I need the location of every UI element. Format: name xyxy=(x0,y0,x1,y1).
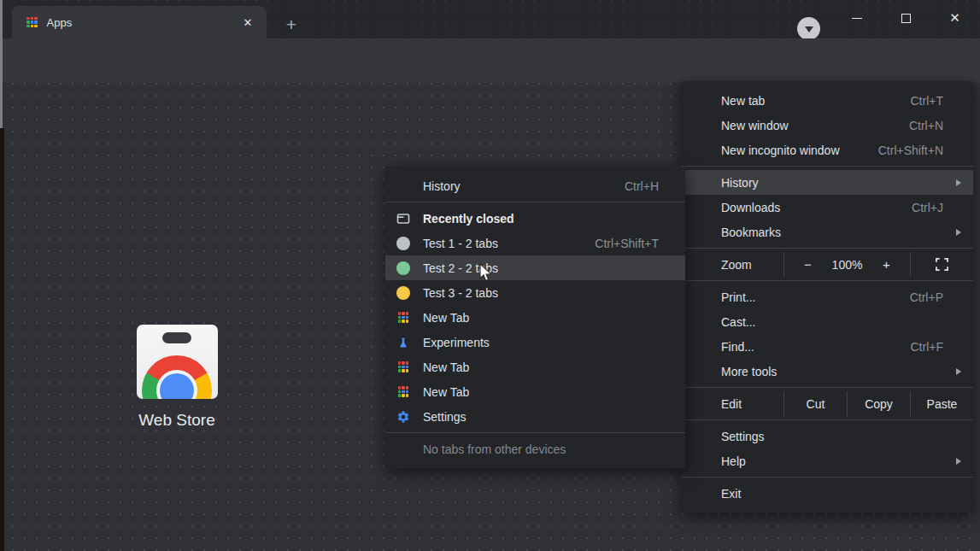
submenu-item-label: Experiments xyxy=(423,336,490,349)
submenu-item-label: History xyxy=(423,179,461,193)
menu-item-shortcut: Ctrl+P xyxy=(910,290,961,304)
no-tabs-footer: No tabs from other devices xyxy=(385,437,685,461)
bag-handle-icon xyxy=(162,332,191,343)
menu-item-more-tools[interactable]: More tools xyxy=(681,359,973,384)
apps-grid-icon xyxy=(396,360,410,374)
tab-close-icon[interactable]: ✕ xyxy=(239,14,256,31)
browser-toolbar: Chrome | chrome:// apps ☆ UO ⋮ xyxy=(0,38,980,83)
submenu-footer-label: No tabs from other devices xyxy=(423,443,566,456)
fullscreen-icon xyxy=(936,258,948,271)
submenu-item-new-tab-2[interactable]: New Tab xyxy=(385,355,685,379)
apps-grid-icon xyxy=(396,385,410,399)
submenu-item-new-tab-3[interactable]: New Tab xyxy=(385,379,685,404)
window-circle-green-icon xyxy=(396,261,410,275)
menu-item-label: New tab xyxy=(721,94,765,108)
paste-button[interactable]: Paste xyxy=(911,397,973,411)
submenu-item-shortcut: Ctrl+H xyxy=(625,179,672,193)
zoom-row: Zoom − 100% + xyxy=(681,252,973,277)
menu-item-downloads[interactable]: Downloads Ctrl+J xyxy=(681,195,973,220)
minimize-button[interactable] xyxy=(837,5,876,31)
new-tab-button[interactable]: + xyxy=(280,14,302,36)
menu-item-shortcut: Ctrl+J xyxy=(912,201,961,214)
menu-item-new-window[interactable]: New window Ctrl+N xyxy=(681,113,973,138)
history-submenu: History Ctrl+H Recently closed Test 1 - … xyxy=(385,167,685,468)
submenu-item-label: Settings xyxy=(423,410,467,424)
tab-strip: Apps ✕ + ✕ xyxy=(0,0,980,38)
menu-item-new-tab[interactable]: New tab Ctrl+T xyxy=(681,88,973,113)
menu-separator xyxy=(681,248,973,249)
menu-item-print[interactable]: Print... Ctrl+P xyxy=(681,284,973,309)
browser-main-menu: New tab Ctrl+T New window Ctrl+N New inc… xyxy=(681,81,973,513)
zoom-out-button[interactable]: − xyxy=(797,257,819,272)
menu-item-find[interactable]: Find... Ctrl+F xyxy=(681,334,973,359)
menu-item-label: Print... xyxy=(721,290,755,304)
submenu-item-history[interactable]: History Ctrl+H xyxy=(385,173,685,198)
menu-item-label: History xyxy=(721,176,759,190)
zoom-in-button[interactable]: + xyxy=(876,257,898,272)
menu-item-label: Cast... xyxy=(721,315,755,329)
screen-edge-strip-bottom xyxy=(0,128,4,551)
window-circle-yellow-icon xyxy=(396,286,410,300)
zoom-controls: − 100% + xyxy=(784,257,910,272)
menu-item-shortcut: Ctrl+T xyxy=(911,94,962,108)
webstore-app-icon xyxy=(137,325,218,399)
submenu-item-label: Test 1 - 2 tabs xyxy=(423,237,498,250)
window-circle-gray-icon xyxy=(396,237,410,250)
submenu-item-test1[interactable]: Test 1 - 2 tabs Ctrl+Shift+T xyxy=(385,231,685,255)
edit-row: Edit Cut Copy Paste xyxy=(681,391,973,416)
submenu-item-new-tab-1[interactable]: New Tab xyxy=(385,305,685,330)
menu-item-help[interactable]: Help xyxy=(681,448,973,473)
menu-item-shortcut: Ctrl+N xyxy=(909,119,961,132)
cut-button[interactable]: Cut xyxy=(784,397,847,411)
menu-separator xyxy=(385,202,685,202)
menu-separator xyxy=(385,432,685,433)
submenu-item-shortcut: Ctrl+Shift+T xyxy=(595,237,672,250)
maximize-button[interactable] xyxy=(887,5,925,31)
menu-separator xyxy=(681,477,973,478)
copy-button[interactable]: Copy xyxy=(848,397,910,411)
close-window-button[interactable]: ✕ xyxy=(936,5,974,31)
menu-item-cast[interactable]: Cast... xyxy=(681,309,973,334)
menu-item-bookmarks[interactable]: Bookmarks xyxy=(681,220,973,244)
submenu-arrow-icon xyxy=(956,368,961,375)
menu-item-history[interactable]: History xyxy=(681,170,973,195)
menu-item-new-incognito-window[interactable]: New incognito window Ctrl+Shift+N xyxy=(681,138,973,162)
media-controls-button[interactable] xyxy=(797,17,820,40)
menu-item-settings[interactable]: Settings xyxy=(681,424,973,448)
tab-restore-icon xyxy=(396,212,410,226)
menu-separator xyxy=(681,419,973,420)
edit-label: Edit xyxy=(681,397,783,411)
menu-separator xyxy=(681,166,973,167)
submenu-arrow-icon xyxy=(956,229,961,236)
zoom-value: 100% xyxy=(827,258,868,272)
submenu-arrow-icon xyxy=(956,179,961,186)
chevron-down-icon xyxy=(805,26,813,32)
menu-item-shortcut: Ctrl+Shift+N xyxy=(878,144,961,157)
fullscreen-button[interactable] xyxy=(911,258,973,271)
submenu-item-test3[interactable]: Test 3 - 2 tabs xyxy=(385,280,685,305)
mouse-cursor-icon xyxy=(478,263,494,287)
minimize-icon xyxy=(852,18,862,19)
tab-apps[interactable]: Apps ✕ xyxy=(12,6,267,38)
close-icon: ✕ xyxy=(949,10,960,26)
flask-icon xyxy=(396,336,410,349)
webstore-app-shortcut[interactable]: Web Store xyxy=(128,325,226,430)
menu-item-exit[interactable]: Exit xyxy=(681,481,973,506)
submenu-item-test2[interactable]: Test 2 - 2 tabs xyxy=(385,255,685,280)
menu-item-label: New incognito window xyxy=(721,144,840,157)
menu-item-label: New window xyxy=(721,119,789,132)
menu-item-label: Settings xyxy=(721,430,765,443)
menu-separator xyxy=(681,280,973,281)
submenu-section-label: Recently closed xyxy=(423,212,514,226)
menu-item-label: Find... xyxy=(721,340,754,354)
submenu-item-label: New Tab xyxy=(423,385,469,399)
maximize-icon xyxy=(901,14,911,23)
menu-item-shortcut: Ctrl+F xyxy=(911,340,962,354)
submenu-item-experiments[interactable]: Experiments xyxy=(385,330,685,355)
submenu-item-settings[interactable]: Settings xyxy=(385,404,685,429)
screen-edge-strip-top xyxy=(0,0,3,128)
submenu-item-label: New Tab xyxy=(423,360,469,374)
menu-item-label: Bookmarks xyxy=(721,226,781,239)
apps-grid-icon xyxy=(396,311,410,325)
menu-separator xyxy=(681,387,973,388)
